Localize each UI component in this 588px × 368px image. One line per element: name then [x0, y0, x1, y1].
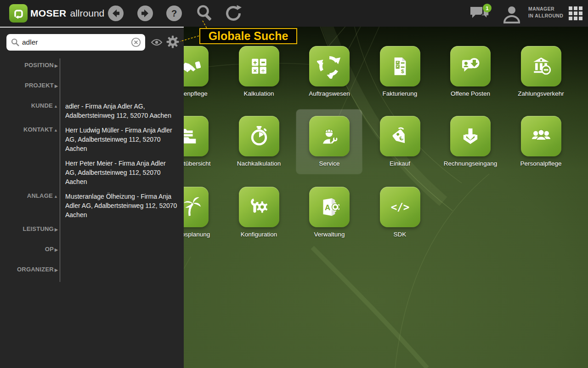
svg-text:+: +: [253, 59, 257, 66]
tile-kalkulation[interactable]: +×÷: [239, 46, 279, 86]
tile-label: Offene Posten: [431, 90, 509, 97]
tile-fakturierung[interactable]: $: [380, 46, 420, 86]
search-result[interactable]: Herr Ludwig Müller - Firma Anja Adler AG…: [65, 126, 177, 153]
expand-arrow-icon: ▶: [55, 246, 58, 253]
moser-logo[interactable]: [9, 4, 28, 23]
category-label: KUNDE: [31, 102, 53, 109]
people-icon: [529, 124, 554, 149]
expand-arrow-icon: ▶: [55, 82, 58, 90]
global-search-button[interactable]: [195, 4, 214, 23]
wrench-gear-icon: [247, 195, 271, 219]
app-window: Kundenpflege+×÷KalkulationAuftragswesen$…: [0, 0, 588, 368]
category-label: ANLAGE: [27, 192, 53, 199]
user-role: MANAGER IN ALLROUND: [528, 6, 563, 19]
category-results: Musteranlage Ölheizung - Firma Anja Adle…: [61, 192, 182, 225]
bank-transfer-icon: [529, 54, 554, 79]
tile-label: Kalkulation: [220, 90, 298, 97]
tile-zahlungsverkehr[interactable]: [521, 46, 561, 86]
tile-service[interactable]: [309, 116, 350, 156]
user-role-line1: MANAGER: [528, 6, 563, 12]
brand-name: MOSER: [30, 8, 67, 19]
collapse-arrow-icon: ▲: [54, 192, 58, 200]
svg-text:$: $: [401, 68, 404, 75]
search-result[interactable]: Musteranlage Ölheizung - Firma Anja Adle…: [65, 192, 177, 219]
annotation-globale-suche: Globale Suche: [199, 28, 297, 44]
eye-icon[interactable]: [151, 38, 163, 46]
forward-button[interactable]: [137, 5, 153, 22]
tile-label: SDK: [361, 231, 439, 238]
app-title: MOSER allround: [30, 0, 104, 27]
search-result[interactable]: Herr Peter Meier - Firma Anja Adler AG, …: [65, 159, 177, 186]
tile-sdk[interactable]: </>: [380, 187, 420, 227]
category-label: OP: [45, 246, 54, 253]
collapse-arrow-icon: ▲: [54, 126, 58, 134]
clear-search-icon[interactable]: [131, 37, 141, 47]
category-label: LEISTUNG: [23, 225, 54, 232]
gear-icon[interactable]: [166, 35, 179, 48]
back-button[interactable]: [107, 5, 124, 22]
tile-label: Verwaltung: [290, 231, 368, 238]
brand-suffix: allround: [70, 8, 105, 19]
admin-doc-gear-icon: A: [317, 195, 342, 219]
invoice-icon: $: [388, 54, 413, 79]
top-bar: MOSER allround ? 1: [0, 0, 588, 27]
tile-label: Konfiguration: [220, 231, 298, 238]
collapse-arrow-icon: ▲: [54, 102, 58, 110]
search-input[interactable]: [19, 38, 131, 46]
price-tag-icon: €: [388, 124, 413, 149]
tile-label: Rechnungseingang: [431, 160, 509, 167]
expand-arrow-icon: ▶: [55, 225, 58, 233]
category-results: [61, 61, 182, 81]
tile-konfiguration[interactable]: [239, 187, 279, 227]
tile-label: Nachkalkulation: [220, 160, 298, 167]
stopwatch-icon: [247, 124, 271, 149]
apps-grid-icon[interactable]: [569, 6, 582, 20]
tile-label: Fakturierung: [361, 90, 439, 97]
tile-label: Einkauf: [361, 160, 439, 167]
tile-einkauf[interactable]: €: [380, 116, 420, 156]
search-result[interactable]: adler - Firma Anja Adler AG, Adalbertste…: [65, 102, 177, 120]
category-label: PROJEKT: [25, 82, 54, 89]
category-results: adler - Firma Anja Adler AG, Adalbertste…: [61, 102, 182, 126]
expand-arrow-icon: ▶: [55, 266, 58, 274]
category-kunde[interactable]: KUNDE▲: [0, 102, 61, 126]
category-kontakt[interactable]: KONTAKT▲: [0, 126, 61, 192]
tile-label: Personalpflege: [502, 160, 580, 167]
category-label: ORGANIZER: [17, 266, 54, 273]
category-op[interactable]: OP▶: [0, 245, 61, 265]
open-items-bubble-icon: [458, 54, 483, 79]
category-projekt[interactable]: PROJEKT▶: [0, 81, 61, 102]
refresh-button[interactable]: [224, 4, 243, 23]
category-leistung[interactable]: LEISTUNG▶: [0, 225, 61, 245]
category-results: [61, 245, 182, 265]
messages-badge: 1: [483, 4, 492, 12]
tile-verwaltung[interactable]: A: [309, 187, 350, 227]
category-results: Herr Ludwig Müller - Firma Anja Adler AG…: [61, 126, 182, 192]
tile-personalpflege[interactable]: [521, 116, 561, 156]
category-anlage[interactable]: ANLAGE▲: [0, 192, 61, 225]
search-category-list: POSITION▶PROJEKT▶KUNDE▲adler - Firma Anj…: [0, 61, 182, 286]
help-button[interactable]: ?: [166, 5, 182, 22]
user-icon[interactable]: [503, 4, 521, 23]
tile-rechnungseingang[interactable]: [450, 116, 491, 156]
inbox-arrow-icon: [458, 124, 483, 149]
cycle-arrows-icon: [317, 54, 342, 79]
code-icon: </>: [388, 195, 413, 219]
svg-text:×: ×: [253, 67, 257, 74]
user-role-line2: IN ALLROUND: [528, 12, 563, 19]
category-results: [61, 225, 182, 245]
search-category-row: LEISTUNG▶: [0, 225, 182, 245]
tile-label: Service: [290, 160, 368, 167]
tile-offene-posten[interactable]: [450, 46, 491, 86]
calculator-icon: +×÷: [247, 54, 271, 79]
category-organizer[interactable]: ORGANIZER▶: [0, 265, 61, 286]
category-position[interactable]: POSITION▶: [0, 61, 61, 81]
category-label: KONTAKT: [23, 126, 53, 133]
search-category-row: POSITION▶: [0, 61, 182, 81]
svg-text:÷: ÷: [261, 67, 265, 74]
search-category-row: ANLAGE▲Musteranlage Ölheizung - Firma An…: [0, 192, 182, 225]
tile-auftragswesen[interactable]: [309, 46, 350, 86]
tile-label: Auftragswesen: [290, 90, 368, 97]
tile-nachkalkulation[interactable]: [239, 116, 279, 156]
annotation-label: Globale Suche: [209, 29, 288, 43]
